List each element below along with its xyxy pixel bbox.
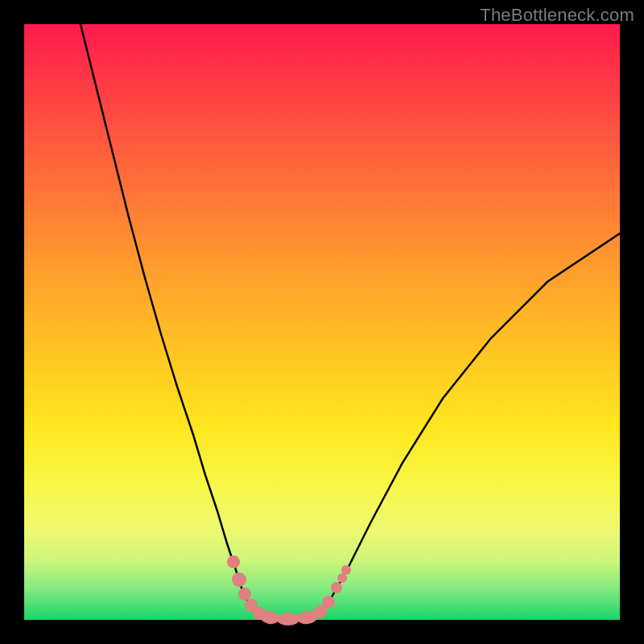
bead: [227, 555, 240, 568]
bead: [341, 565, 351, 575]
curve-beads: [227, 555, 351, 625]
bead: [232, 572, 246, 587]
left-curve: [80, 24, 262, 616]
chart-svg: [24, 24, 620, 620]
bead: [277, 613, 299, 625]
watermark-text: TheBottleneck.com: [480, 5, 634, 26]
bead: [238, 588, 251, 601]
bead: [331, 582, 342, 593]
bead: [322, 596, 335, 609]
right-curve: [318, 233, 620, 616]
chart-frame: TheBottleneck.com: [0, 0, 644, 644]
chart-plot-area: [24, 24, 620, 620]
